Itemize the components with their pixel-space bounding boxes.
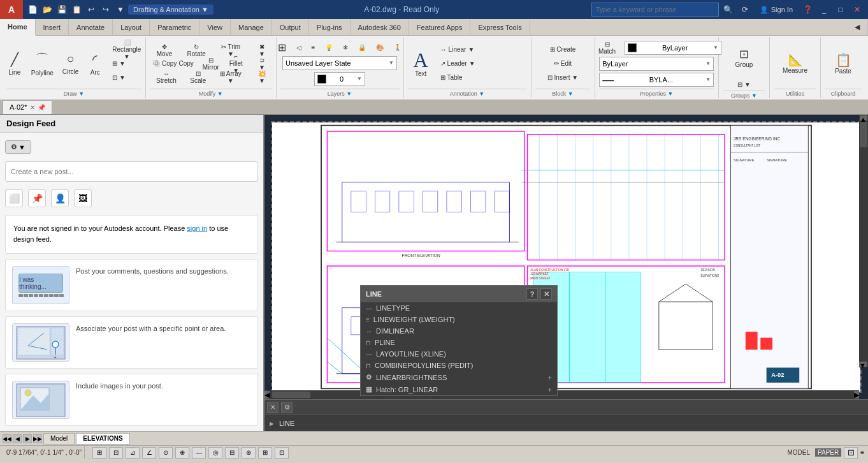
- ortho-button[interactable]: ⊿: [126, 447, 140, 459]
- user-icon-button[interactable]: 👤: [51, 189, 69, 207]
- cmd-settings-button[interactable]: ⚙: [281, 402, 293, 413]
- save-as-button[interactable]: 📋: [69, 3, 83, 17]
- tab-prev-button[interactable]: ◀: [13, 434, 22, 443]
- linetype-dropdown[interactable]: ByLayer ▼: [599, 57, 714, 71]
- ac-item-linearbrightness[interactable]: ⚙ LINEARBRIGHTNESS +: [361, 371, 557, 383]
- dynamic-input-button[interactable]: ⊡: [275, 447, 289, 459]
- groups-dropdown-arrow[interactable]: ▼: [751, 92, 757, 99]
- osnap-button[interactable]: ⊙: [159, 447, 173, 459]
- tab-output[interactable]: Output: [272, 19, 309, 35]
- customize-status-button[interactable]: ≡: [860, 449, 864, 456]
- color-dropdown[interactable]: 0 ▼: [314, 72, 365, 86]
- draw-dropdown-button[interactable]: ⊡ ▼: [108, 71, 145, 84]
- tab-view[interactable]: View: [199, 19, 231, 35]
- pin-icon-button[interactable]: 📌: [28, 189, 46, 207]
- image-icon-button[interactable]: 🖼: [74, 189, 92, 207]
- autocomplete-help-button[interactable]: ?: [526, 288, 538, 300]
- tab-featured[interactable]: Featured Apps: [409, 19, 471, 35]
- workspace-selector[interactable]: Drafting & Annotation ▼: [128, 4, 213, 15]
- maximize-vp-button[interactable]: ⊡: [844, 447, 858, 459]
- match-prop-button[interactable]: ⊟ Match: [592, 41, 623, 54]
- command-input[interactable]: [279, 420, 864, 427]
- rectangle-button[interactable]: ⬜ Rectangle ▼: [108, 43, 145, 56]
- block-dropdown-arrow[interactable]: ▼: [568, 91, 574, 97]
- ac-item-linetype[interactable]: — LINETYPE: [361, 302, 557, 314]
- insert-block-button[interactable]: ⊡ Insert ▼: [544, 71, 582, 84]
- scroll-thumb-v[interactable]: [860, 122, 867, 147]
- scroll-down-btn[interactable]: ▼: [859, 362, 867, 367]
- text-button[interactable]: A Text: [408, 42, 434, 85]
- layout-tab-model[interactable]: Model: [43, 433, 75, 445]
- ac-item-pline[interactable]: ⊓ PLINE: [361, 337, 557, 348]
- layer-off-button[interactable]: 💡: [321, 41, 336, 54]
- draw-dropdown-arrow[interactable]: ▼: [78, 91, 84, 97]
- properties-dropdown-arrow[interactable]: ▼: [668, 91, 674, 97]
- feed-settings-button[interactable]: ⚙ ▼: [5, 140, 31, 154]
- signin-link[interactable]: sign in: [187, 224, 207, 232]
- undo-button[interactable]: ↩: [84, 3, 98, 17]
- line-button[interactable]: ╱ Line: [3, 45, 26, 83]
- tab-last-button[interactable]: ▶▶: [33, 434, 42, 443]
- measure-button[interactable]: 📐 Measure: [779, 45, 811, 83]
- stretch-button[interactable]: ↔ Stretch: [150, 71, 183, 84]
- save-button[interactable]: 💾: [55, 3, 69, 17]
- selection-icon-button[interactable]: ⬜: [5, 189, 23, 207]
- annotation-dropdown-arrow[interactable]: ▼: [479, 91, 484, 97]
- layer-button[interactable]: ⊞: [274, 41, 290, 54]
- scroll-left-btn[interactable]: ◀: [264, 391, 270, 399]
- ac-item-combinepolylines[interactable]: ⊓ COMBINEPOLYLINES (PEDIT): [361, 360, 557, 371]
- search-button[interactable]: 🔍: [721, 3, 735, 17]
- scroll-thumb-h[interactable]: [272, 392, 310, 398]
- viewport-scrollbar-h[interactable]: ◀ ▶: [264, 390, 859, 399]
- hatch-button[interactable]: ⊞ ▼: [108, 57, 145, 70]
- ungroup-button[interactable]: ⊟ ▼: [734, 78, 755, 91]
- open-button[interactable]: 📂: [40, 3, 54, 17]
- selection-cycling-button[interactable]: ⊟: [225, 447, 239, 459]
- tab-annotate[interactable]: Annotate: [69, 19, 113, 35]
- fillet-button[interactable]: ⌐ Fillet ▼: [224, 57, 248, 70]
- transparency-button[interactable]: ◎: [208, 447, 222, 459]
- scroll-up-btn[interactable]: ▲: [860, 115, 867, 121]
- paste-button[interactable]: 📋 Paste: [827, 45, 859, 83]
- tab-next-button[interactable]: ▶: [23, 434, 32, 443]
- layer-lock-button[interactable]: 🔒: [354, 41, 370, 54]
- maximize-button[interactable]: □: [834, 3, 848, 17]
- modify-dropdown-arrow[interactable]: ▼: [217, 91, 223, 97]
- lineweight-status-button[interactable]: —: [192, 447, 206, 459]
- layer-match-button[interactable]: ≡: [308, 41, 319, 54]
- polyline-button[interactable]: ⌒ Polyline: [27, 45, 57, 83]
- layer-color-button[interactable]: 🎨: [372, 41, 387, 54]
- doc-tab-a02[interactable]: A-02* ✕ 📌: [3, 100, 52, 114]
- circle-button[interactable]: ○ Circle: [59, 45, 83, 83]
- leader-button[interactable]: ↗ Leader ▼: [437, 57, 479, 70]
- arc-button[interactable]: ◜ Arc: [83, 45, 106, 83]
- tab-insert[interactable]: Insert: [36, 19, 69, 35]
- dynamic-ucs-button[interactable]: ⊞: [258, 447, 272, 459]
- qa-dropdown-button[interactable]: ▼: [113, 3, 127, 17]
- minimize-button[interactable]: _: [817, 3, 831, 17]
- layers-dropdown-arrow[interactable]: ▼: [346, 91, 352, 97]
- snap-mode-button[interactable]: ⊞: [92, 447, 106, 459]
- grid-button[interactable]: ⊡: [109, 447, 123, 459]
- ac-item-hatch-grlinear[interactable]: ▦ Hatch: GR_LINEAR +: [361, 383, 557, 395]
- doc-tab-close-button[interactable]: ✕: [30, 104, 35, 111]
- rotate-button[interactable]: ↻ Rotate: [180, 44, 213, 57]
- offset-button[interactable]: ⊃ ▼: [252, 57, 272, 70]
- layer-prev-button[interactable]: ◁: [293, 41, 305, 54]
- color-bylayer-dropdown[interactable]: ByLayer ▼: [625, 41, 721, 55]
- tab-first-button[interactable]: ◀◀: [3, 434, 11, 443]
- array-button[interactable]: ⊞ Array ▼: [213, 71, 248, 84]
- copy-button[interactable]: ⿻ CopyCopy: [150, 57, 198, 70]
- close-button[interactable]: ✕: [850, 3, 864, 17]
- doc-tab-pin-button[interactable]: 📌: [38, 104, 45, 111]
- erase-button[interactable]: ✖ ▼: [252, 44, 272, 57]
- otrack-button[interactable]: ⊕: [175, 447, 189, 459]
- explode-button[interactable]: 💥 ▼: [252, 71, 272, 84]
- tab-layout[interactable]: Layout: [113, 19, 150, 35]
- linear-dim-button[interactable]: ↔ Linear ▼: [437, 43, 479, 56]
- mirror-button[interactable]: ⊟ Mirror: [199, 57, 223, 70]
- layer-state-dropdown[interactable]: Unsaved Layer State ▼: [282, 56, 397, 70]
- help-button[interactable]: ❓: [800, 3, 814, 17]
- exchange-button[interactable]: ⟳: [738, 3, 752, 17]
- create-block-button[interactable]: ⊞ Create: [546, 43, 580, 56]
